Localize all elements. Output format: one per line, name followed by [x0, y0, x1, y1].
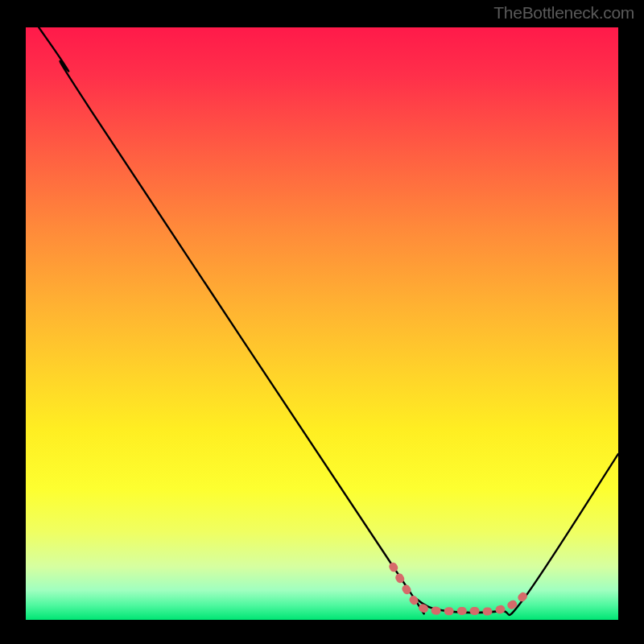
watermark-text: TheBottleneck.com — [493, 3, 634, 23]
bottleneck-curve-line — [39, 27, 618, 615]
optimal-marker-line — [393, 567, 523, 612]
chart-svg — [26, 27, 618, 620]
chart-plot-area — [26, 27, 618, 620]
